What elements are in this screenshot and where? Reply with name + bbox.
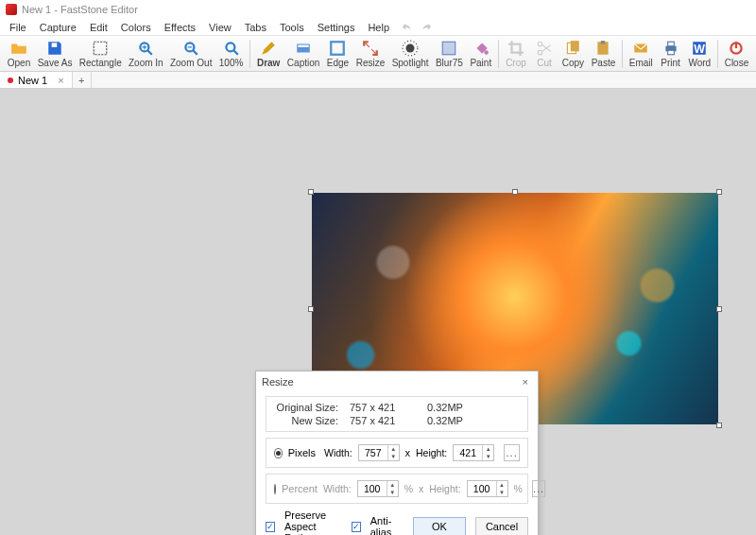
tab-new1[interactable]: New 1 × xyxy=(0,72,73,88)
toolbar-zoomin-button[interactable]: Zoom In xyxy=(125,39,166,69)
preserve-ratio-checkbox[interactable]: ✓ xyxy=(266,522,275,532)
pixels-label: Pixels xyxy=(288,447,318,458)
toolbar-copy-label: Copy xyxy=(562,58,584,68)
pct-symbol-1: % xyxy=(404,483,413,494)
toolbar-paint-button[interactable]: Paint xyxy=(467,39,495,69)
resize-dialog: Resize × Original Size: 757 x 421 0.32MP… xyxy=(255,371,539,535)
toolbar-close-button[interactable]: Close xyxy=(721,39,752,69)
height-pct-input[interactable] xyxy=(468,483,496,494)
menu-help[interactable]: Help xyxy=(362,21,395,34)
tab-close-icon[interactable]: × xyxy=(58,75,63,86)
undo-icon[interactable] xyxy=(401,21,414,34)
printer-icon xyxy=(662,40,679,57)
dialog-titlebar[interactable]: Resize × xyxy=(256,371,538,392)
toolbar-resize-button[interactable]: Resize xyxy=(352,39,388,69)
menu-file[interactable]: File xyxy=(4,21,32,34)
redo-icon[interactable] xyxy=(420,21,433,34)
toolbar-print-button[interactable]: Print xyxy=(657,39,685,69)
toolbar-email-button[interactable]: Email xyxy=(626,39,657,69)
toolbar-zoom100-button[interactable]: 100% xyxy=(215,39,247,69)
width-label-pct: Width: xyxy=(323,483,352,494)
toolbar-draw-label: Draw xyxy=(257,58,280,68)
menu-view[interactable]: View xyxy=(203,21,237,34)
width-pct-stepper[interactable]: ▲▼ xyxy=(357,480,399,497)
toolbar-copy-button[interactable]: Copy xyxy=(558,39,588,69)
toolbar-edge-button[interactable]: Edge xyxy=(323,39,352,69)
toolbar-edge-label: Edge xyxy=(327,58,349,68)
dirty-dot-icon xyxy=(8,78,13,83)
toolbar-email-label: Email xyxy=(629,58,653,68)
x-separator: x xyxy=(405,447,410,458)
floppy-icon xyxy=(46,40,63,57)
svg-rect-7 xyxy=(332,42,345,55)
height-px-input[interactable] xyxy=(454,447,482,458)
window-title: New 1 - FastStone Editor xyxy=(22,4,138,15)
cancel-button[interactable]: Cancel xyxy=(475,517,528,535)
height-px-stepper[interactable]: ▲▼ xyxy=(453,444,494,461)
toolbar-blur75-button[interactable]: Blur75 xyxy=(432,39,466,69)
svg-rect-0 xyxy=(52,43,58,47)
svg-point-12 xyxy=(484,50,489,55)
menu-edit[interactable]: Edit xyxy=(84,21,113,34)
edge-icon xyxy=(329,40,346,57)
toolbar-paste-button[interactable]: Paste xyxy=(588,39,619,69)
menu-effects[interactable]: Effects xyxy=(159,21,201,34)
pixels-radio[interactable] xyxy=(274,448,283,458)
percent-radio[interactable] xyxy=(274,484,276,494)
resize-handle-ml[interactable] xyxy=(308,306,314,312)
width-px-stepper[interactable]: ▲▼ xyxy=(358,444,400,461)
menu-capture[interactable]: Capture xyxy=(34,21,82,34)
toolbar-caption-label: Caption xyxy=(287,58,319,68)
svg-rect-21 xyxy=(667,42,674,46)
menu-colors[interactable]: Colors xyxy=(115,21,157,34)
svg-rect-18 xyxy=(601,41,606,43)
svg-rect-16 xyxy=(571,41,579,51)
toolbar-word-button[interactable]: WWord xyxy=(685,39,714,69)
toolbar-spotlight-button[interactable]: Spotlight xyxy=(388,39,432,69)
height-pct-stepper[interactable]: ▲▼ xyxy=(467,480,508,497)
ok-button[interactable]: OK xyxy=(413,517,466,535)
svg-point-8 xyxy=(406,43,415,52)
toolbar-open-button[interactable]: Open xyxy=(4,39,34,69)
width-pct-input[interactable] xyxy=(358,483,387,494)
toolbar-rectangle-button[interactable]: Rectangle xyxy=(76,39,125,69)
percent-mode-row: Percent Width: ▲▼ % x Height: ▲▼ % ... xyxy=(266,474,528,504)
toolbar-print-label: Print xyxy=(661,58,680,68)
resize-handle-mr[interactable] xyxy=(716,306,722,312)
height-label-pct: Height: xyxy=(429,483,460,494)
original-size-label: Original Size: xyxy=(274,402,338,413)
menu-bar: File Capture Edit Colors Effects View Ta… xyxy=(0,19,756,36)
menu-tabs[interactable]: Tabs xyxy=(239,21,272,34)
tab-label: New 1 xyxy=(18,75,47,86)
toolbar-close-label: Close xyxy=(725,58,749,68)
resize-handle-tl[interactable] xyxy=(308,189,314,195)
tab-add-button[interactable]: + xyxy=(73,72,92,88)
resize-handle-tr[interactable] xyxy=(716,189,722,195)
x-separator-pct: x xyxy=(419,483,423,494)
tab-bar: New 1 × + xyxy=(0,72,756,89)
zoom-out-icon xyxy=(182,40,199,57)
pixels-more-button[interactable]: ... xyxy=(504,444,520,461)
toolbar-saveas-button[interactable]: Save As xyxy=(34,39,76,69)
resize-handle-tc[interactable] xyxy=(512,189,518,195)
preserve-ratio-label: Preserve Aspect Ratio xyxy=(284,509,342,535)
dialog-close-icon[interactable]: × xyxy=(519,376,532,388)
toolbar-paste-label: Paste xyxy=(592,58,616,68)
width-label-px: Width: xyxy=(324,447,352,458)
power-icon xyxy=(728,40,745,57)
menu-settings[interactable]: Settings xyxy=(312,21,361,34)
width-px-input[interactable] xyxy=(359,447,387,458)
toolbar-zoomout-button[interactable]: Zoom Out xyxy=(166,39,215,69)
svg-text:W: W xyxy=(694,42,705,55)
bucket-icon xyxy=(472,40,490,57)
new-size-value: 757 x 421 xyxy=(350,415,416,426)
antialias-checkbox[interactable]: ✓ xyxy=(352,522,361,532)
menu-tools[interactable]: Tools xyxy=(274,21,310,34)
resize-handle-br[interactable] xyxy=(716,423,722,428)
folder-open-icon xyxy=(10,40,27,57)
toolbar-draw-button[interactable]: Draw xyxy=(253,39,284,69)
toolbar-caption-button[interactable]: Caption xyxy=(284,39,323,69)
percent-more-button[interactable]: ... xyxy=(532,480,545,497)
svg-rect-22 xyxy=(667,50,674,55)
word-icon: W xyxy=(691,40,708,57)
